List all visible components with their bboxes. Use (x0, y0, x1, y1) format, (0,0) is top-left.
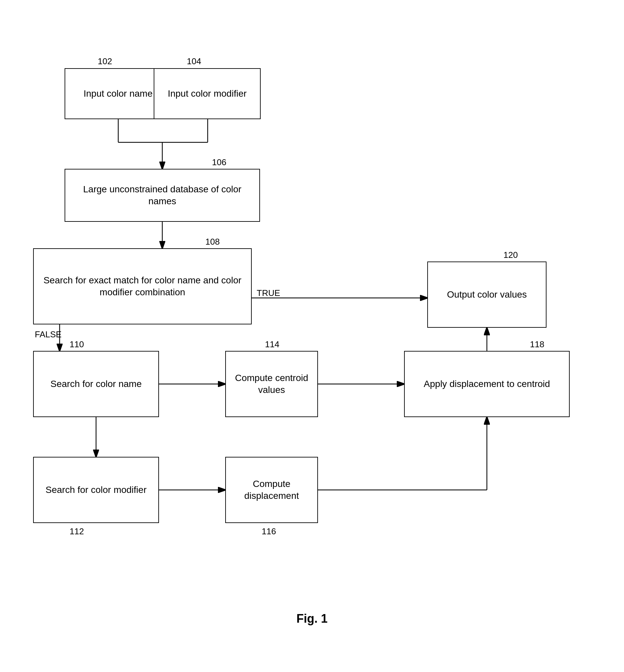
label-118: 118 (530, 339, 544, 350)
label-114: 114 (265, 339, 279, 350)
diagram-container: Input color name 102 Input color modifie… (0, 0, 624, 646)
box-apply-displacement-label: Apply displacement to centroid (424, 378, 550, 390)
label-110: 110 (70, 339, 84, 350)
box-input-color-modifier-label: Input color modifier (167, 88, 246, 100)
true-label: TRUE (257, 288, 280, 298)
box-search-color-name: Search for color name (33, 351, 159, 417)
label-106: 106 (212, 157, 226, 167)
box-search-color-modifier-label: Search for color modifier (45, 484, 147, 496)
false-label: FALSE (35, 329, 61, 340)
label-104: 104 (187, 56, 201, 66)
label-120: 120 (503, 250, 518, 260)
box-large-database: Large unconstrained database of color na… (64, 169, 260, 222)
box-output-color: Output color values (427, 262, 546, 328)
label-116: 116 (262, 526, 276, 537)
label-102: 102 (98, 56, 112, 66)
label-112: 112 (70, 526, 84, 537)
box-compute-centroid-label: Compute centroid values (229, 372, 314, 396)
box-large-database-label: Large unconstrained database of color na… (69, 183, 256, 208)
box-search-color-name-label: Search for color name (50, 378, 141, 390)
box-input-color-modifier: Input color modifier (154, 68, 261, 119)
box-compute-centroid: Compute centroid values (225, 351, 318, 417)
box-compute-displacement-label: Compute displacement (229, 478, 314, 502)
box-search-exact-label: Search for exact match for color name an… (37, 274, 248, 299)
box-search-color-modifier: Search for color modifier (33, 457, 159, 523)
box-output-color-label: Output color values (447, 289, 527, 301)
box-apply-displacement: Apply displacement to centroid (404, 351, 570, 417)
box-compute-displacement: Compute displacement (225, 457, 318, 523)
label-108: 108 (205, 237, 219, 247)
box-input-color-name-label: Input color name (83, 88, 153, 100)
box-search-exact: Search for exact match for color name an… (33, 248, 252, 324)
figure-caption: Fig. 1 (0, 612, 624, 626)
